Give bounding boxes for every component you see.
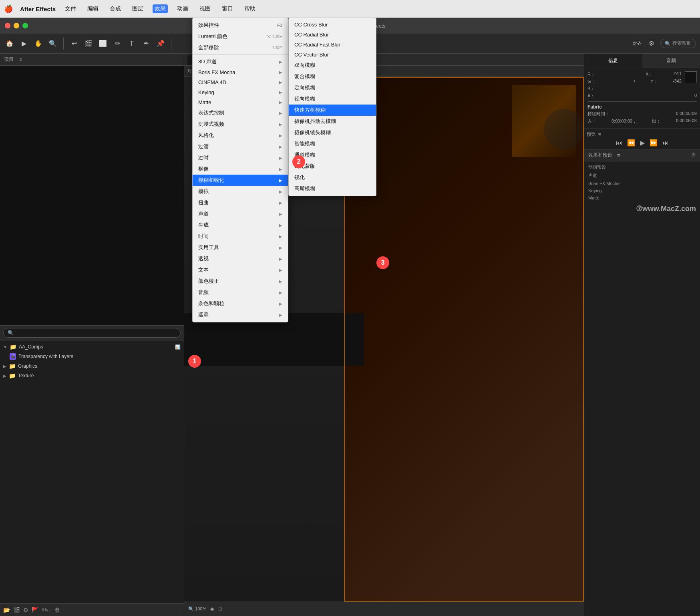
- menu-item-cinema4d[interactable]: CINEMA 4D ▶: [193, 77, 288, 87]
- menu-item-effect-controls[interactable]: 效果控件 F3: [193, 20, 288, 31]
- blur-radial[interactable]: 径向模糊: [289, 93, 376, 105]
- menu-effects[interactable]: 效果: [153, 4, 168, 13]
- camera-tool[interactable]: 🎬: [83, 38, 94, 49]
- preview-menu-icon[interactable]: ≡: [598, 132, 601, 137]
- project-search-input[interactable]: [3, 328, 181, 338]
- effects-menu-icon[interactable]: ≡: [617, 152, 620, 158]
- blur-directional[interactable]: 定向模糊: [289, 82, 376, 93]
- text-tool[interactable]: T: [126, 38, 137, 49]
- tab-info[interactable]: 信息: [584, 54, 642, 68]
- menu-item-remove-all[interactable]: 全部移除 ⇧⌘E: [193, 42, 288, 53]
- tree-comp-transparency[interactable]: 🎬 Transparency with Layers: [6, 352, 184, 361]
- zoom-tool[interactable]: 🔍: [47, 38, 58, 49]
- undo-tool[interactable]: ↩: [68, 38, 80, 49]
- blur-fast-box[interactable]: 快速方框模糊: [289, 105, 376, 116]
- menu-item-channel[interactable]: 声道 ▶: [193, 208, 288, 219]
- tree-folder-graphics[interactable]: ▶ 📁 Graphics: [0, 361, 184, 371]
- minimize-button[interactable]: [14, 23, 19, 28]
- blur-compound[interactable]: 复合模糊: [289, 71, 376, 82]
- menu-item-time[interactable]: 时间 ▶: [193, 231, 288, 242]
- y-value: -342: [673, 79, 682, 85]
- new-folder-icon[interactable]: 📂: [3, 607, 10, 613]
- settings-btn[interactable]: ⚙: [646, 38, 657, 49]
- step-back-btn[interactable]: ⏪: [627, 139, 635, 147]
- menu-item-expression[interactable]: 表达式控制 ▶: [193, 107, 288, 119]
- menu-item-noise[interactable]: 杂色和颗粒 ▶: [193, 298, 288, 309]
- blur-cc-radial[interactable]: CC Radial Blur: [289, 30, 376, 40]
- settings-icon[interactable]: ⚙: [23, 607, 28, 613]
- menu-edit[interactable]: 编辑: [85, 4, 101, 13]
- rect-tool[interactable]: ⬜: [97, 38, 109, 49]
- effects-item-animation[interactable]: 动画预设: [586, 163, 698, 171]
- hand-tool[interactable]: ✋: [33, 38, 44, 49]
- zoom-level[interactable]: 🔍 100%: [188, 606, 206, 612]
- effects-item-boris[interactable]: Boris FX Mocha: [586, 180, 698, 187]
- menu-file[interactable]: 文件: [63, 4, 78, 13]
- new-comp-icon[interactable]: 🎬: [13, 607, 20, 613]
- menu-animation[interactable]: 动画: [175, 4, 190, 13]
- menu-item-audio[interactable]: 音频 ▶: [193, 287, 288, 298]
- out-value: 0:00:05:08: [676, 118, 697, 124]
- menu-item-3d[interactable]: 3D 声道 ▶: [193, 56, 288, 67]
- menu-view[interactable]: 视图: [197, 4, 213, 13]
- close-button[interactable]: [5, 23, 10, 28]
- align-btn[interactable]: 对齐: [632, 38, 643, 49]
- menu-item-lumetri[interactable]: Lumetri 颜色 ⌥⇧⌘E: [193, 31, 288, 42]
- menu-item-transition[interactable]: 过渡 ▶: [193, 141, 288, 152]
- menu-item-keyer[interactable]: 枢像 ▶: [193, 163, 288, 175]
- pin-tool[interactable]: 📌: [155, 38, 166, 49]
- info-r-row: R： X： 911: [587, 71, 682, 77]
- menu-item-distort[interactable]: 扭曲 ▶: [193, 197, 288, 208]
- blur-cc-vector[interactable]: CC Vector Blur: [289, 50, 376, 60]
- blur-sharpen[interactable]: 锐化: [289, 172, 376, 183]
- blur-cc-radial-fast[interactable]: CC Radial Fast Blur: [289, 40, 376, 50]
- blur-camera-lens[interactable]: 摄像机镜头模糊: [289, 127, 376, 138]
- menu-item-color-correct[interactable]: 颜色校正 ▶: [193, 276, 288, 287]
- menu-item-perspective[interactable]: 透视 ▶: [193, 253, 288, 264]
- blur-gaussian[interactable]: 高斯模糊: [289, 183, 376, 194]
- menu-item-boris[interactable]: Boris FX Mocha ▶: [193, 67, 288, 77]
- blur-smart[interactable]: 智能模糊: [289, 138, 376, 149]
- menu-item-matte[interactable]: Matte ▶: [193, 97, 288, 107]
- quality-btn[interactable]: ◉: [210, 606, 214, 612]
- menu-item-blur-sharpen[interactable]: 模糊和锐化 ▶: [193, 175, 288, 186]
- menu-compose[interactable]: 合成: [108, 4, 123, 13]
- blur-directional-bilateral[interactable]: 双向模糊: [289, 60, 376, 71]
- menu-window[interactable]: 窗口: [220, 4, 235, 13]
- effects-item-matte[interactable]: Matte: [586, 194, 698, 201]
- play-btn[interactable]: ▶: [640, 139, 645, 147]
- menu-item-keying[interactable]: Keying ▶: [193, 87, 288, 97]
- tree-folder-texture[interactable]: ▶ 📁 Texture: [0, 371, 184, 380]
- menu-layer[interactable]: 图层: [130, 4, 145, 13]
- tab-audio[interactable]: 音频: [642, 54, 700, 68]
- menu-item-immersive[interactable]: 沉浸式视频 ▶: [193, 119, 288, 130]
- menu-item-text[interactable]: 文本 ▶: [193, 264, 288, 276]
- menu-item-mask[interactable]: 遮罩 ▶: [193, 309, 288, 320]
- flag-icon[interactable]: 🚩: [32, 607, 38, 613]
- menu-item-simulate[interactable]: 模拟 ▶: [193, 186, 288, 197]
- trash-icon[interactable]: 🗑: [54, 607, 60, 613]
- folder-name: AA_Comps: [19, 344, 43, 350]
- go-to-start-btn[interactable]: ⏮: [616, 139, 622, 147]
- pen-tool[interactable]: ✏: [112, 38, 123, 49]
- home-tool[interactable]: 🏠: [4, 38, 15, 49]
- search-help-bar[interactable]: 🔍 搜索帮助: [660, 39, 696, 48]
- effects-item-channel[interactable]: 声道: [586, 171, 698, 180]
- effects-item-keying[interactable]: Keying: [586, 187, 698, 194]
- step-forward-btn[interactable]: ⏩: [650, 139, 658, 147]
- blur-cc-cross[interactable]: CC Cross Blur: [289, 20, 376, 30]
- menu-item-obsolete[interactable]: 过时 ▶: [193, 152, 288, 163]
- tree-folder-aa-comps[interactable]: ▼ 📁 AA_Comps 📊: [0, 342, 184, 352]
- project-menu-icon[interactable]: ≡: [19, 57, 22, 62]
- menu-item-utility[interactable]: 实用工具 ▶: [193, 242, 288, 253]
- project-search-bar: [0, 325, 184, 340]
- blur-camera-shake[interactable]: 摄像机抖动去模糊: [289, 116, 376, 127]
- menu-item-stylize[interactable]: 风格化 ▶: [193, 130, 288, 141]
- menu-help[interactable]: 帮助: [242, 4, 257, 13]
- select-tool[interactable]: ▶: [18, 38, 30, 49]
- grid-btn[interactable]: ⊞: [218, 606, 222, 612]
- menu-item-generate[interactable]: 生成 ▶: [193, 219, 288, 231]
- maximize-button[interactable]: [22, 23, 28, 28]
- go-to-end-btn[interactable]: ⏭: [662, 139, 669, 147]
- brush-tool[interactable]: ✒: [141, 38, 152, 49]
